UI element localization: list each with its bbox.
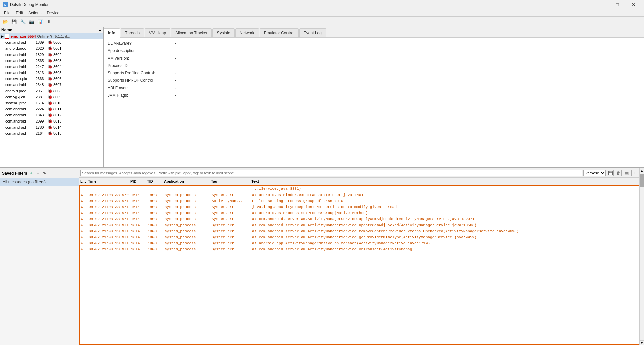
tab-network[interactable]: Network [235,28,259,37]
close-button[interactable]: ✕ [626,0,641,9]
menu-bar: File Edit Actions Device [0,9,644,17]
proc-name: com.ygkj.ch [5,95,36,99]
saved-filters-list: All messages (no filters) [0,178,79,345]
add-filter-button[interactable]: + [29,171,34,176]
log-level: W [80,229,87,234]
title-bar-controls: — □ ✕ [594,0,641,9]
process-row[interactable]: com.android 1829 🐞 8602 [0,51,103,58]
tab-threads[interactable]: Threads [121,28,144,37]
sort-arrow-icon: ▲ [98,28,102,32]
log-entry[interactable]: W 08-02 21:08:33.971 1614 1803 system_pr… [80,198,639,204]
log-search-input[interactable] [80,170,582,176]
log-app: system_process [165,216,212,222]
log-text: at com.android.server.am.ActivityManager… [252,222,639,228]
right-panel: Info Threads VM Heap Allocation Tracker … [104,27,644,167]
proc-debug-icon: 🐞 [48,101,53,105]
info-row: VM version: - [108,55,640,61]
device-tree[interactable]: ▶ emulator-5554 Online ? [5.1.1, d... co… [0,33,103,167]
log-level: W [80,247,87,252]
log-entry[interactable]: W 08-02 21:08:33.970 1614 1803 system_pr… [80,192,639,198]
scroll-up-btn[interactable]: ▲ [640,168,644,173]
log-content[interactable]: ...lService.java:8881) W 08-02 21:08:33.… [79,185,639,345]
tab-emulator-control[interactable]: Emulator Control [260,28,299,37]
filter-item-all[interactable]: All messages (no filters) [0,178,79,186]
process-row[interactable]: com.android 2313 🐞 8605 [0,70,103,76]
device-emulator-row[interactable]: ▶ emulator-5554 Online ? [5.1.1, d... [0,33,103,39]
log-app: system_process [165,198,212,204]
menu-file[interactable]: File [1,10,13,16]
process-row[interactable]: com.android 2247 🐞 8604 [0,64,103,70]
proc-debug-icon: 🐞 [48,65,53,69]
tab-info[interactable]: Info [104,28,120,38]
title-bar: D Dalvik Debug Monitor — □ ✕ [0,0,644,9]
log-entry[interactable]: W 08-02 21:08:33.971 1614 1803 system_pr… [80,204,639,210]
log-save-btn[interactable]: 💾 [607,170,614,176]
process-row[interactable]: com.android 2099 🐞 8613 [0,118,103,124]
log-entry[interactable]: W 08-02 21:08:33.971 1614 1803 system_pr… [80,216,639,222]
log-entry[interactable]: W 08-02 21:08:33.971 1614 1803 system_pr… [80,246,639,252]
edit-filter-button[interactable]: ✎ [42,171,47,176]
process-row[interactable]: system_proc 1614 🐞 8610 [0,100,103,106]
log-scrollbar[interactable]: ▲ ▼ [639,168,644,345]
minimize-button[interactable]: — [594,0,609,9]
proc-port: 8613 [53,119,67,123]
log-entry[interactable]: W 08-02 21:08:33.971 1614 1803 system_pr… [80,210,639,216]
info-row: Supports Profiling Control: - [108,70,640,76]
menu-device[interactable]: Device [44,10,62,16]
log-tag: System.err [212,204,252,210]
log-level: W [80,241,87,246]
menu-edit[interactable]: Edit [13,10,26,16]
toolbar-chart-btn[interactable]: 📊 [36,18,44,26]
process-row[interactable]: com.android 2565 🐞 8603 [0,58,103,64]
log-time: 08-02 21:08:33.971 [87,216,131,222]
process-row[interactable]: com.android 1843 🐞 8612 [0,112,103,118]
tab-event-log[interactable]: Event Log [299,28,326,37]
log-entry[interactable]: W 08-02 21:08:33.971 1614 1803 system_pr… [80,222,639,228]
info-value: - [175,92,176,98]
name-column-header: Name [1,28,12,32]
maximize-button[interactable]: □ [610,0,625,9]
process-row[interactable]: com.ygkj.ch 2381 🐞 8609 [0,94,103,100]
log-entry[interactable]: W 08-02 21:08:33.971 1614 1803 system_pr… [80,240,639,246]
proc-debug-icon: 🐞 [48,46,53,51]
process-row[interactable]: com.svox.pic 2666 🐞 8606 [0,76,103,82]
tab-allocation[interactable]: Allocation Tracker [171,28,212,37]
proc-name: com.android [5,65,36,69]
process-row[interactable]: android.proc 2061 🐞 8608 [0,88,103,94]
toolbar-save-btn[interactable]: 💾 [10,18,18,26]
proc-name: com.android [5,40,36,44]
verbose-select[interactable]: verbose debug info warn error assert [583,170,606,176]
process-row[interactable]: com.android 2164 🐞 8615 [0,130,103,136]
remove-filter-button[interactable]: − [35,171,41,176]
tab-vmheap[interactable]: VM Heap [145,28,170,37]
log-down-btn[interactable]: ↓ [631,170,638,176]
log-pid: 1614 [131,210,148,216]
log-pid: 1614 [131,235,148,240]
log-level: W [80,204,87,210]
log-pid: 1614 [131,241,148,246]
process-row[interactable]: com.android 2348 🐞 8607 [0,82,103,88]
log-clear-btn[interactable]: 🗑 [615,170,622,176]
scroll-down-btn[interactable]: ▼ [640,340,644,345]
info-label: JVM Flags: [108,92,175,98]
process-row[interactable]: com.android 1780 🐞 8614 [0,124,103,130]
proc-pid: 2666 [36,77,48,81]
log-entry[interactable]: W 08-02 21:08:33.971 1614 1803 system_pr… [80,234,639,240]
proc-debug-icon: 🐞 [48,107,53,111]
process-row[interactable]: com.android 1889 🐞 8600 [0,39,103,45]
process-row[interactable]: android.proc 2020 🐞 8601 [0,45,103,51]
scroll-thumb [640,174,644,187]
log-app: system_process [165,229,212,234]
process-row[interactable]: com.android 2224 🐞 8611 [0,106,103,112]
proc-name: com.android [5,107,36,111]
log-entry[interactable]: W 08-02 21:08:33.971 1614 1803 system_pr… [80,228,639,234]
proc-port: 8603 [53,59,67,63]
toolbar-open-btn[interactable]: 📂 [1,18,9,26]
tab-sysinfo[interactable]: Sysinfo [212,28,234,37]
toolbar-pause-btn[interactable]: ⏸ [45,18,53,26]
log-toggle-btn[interactable]: ▤ [623,170,630,176]
menu-actions[interactable]: Actions [26,10,44,16]
toolbar-settings-btn[interactable]: 🔧 [19,18,27,26]
toolbar-screenshot-btn[interactable]: 📷 [28,18,36,26]
log-pid: 1614 [131,222,148,228]
